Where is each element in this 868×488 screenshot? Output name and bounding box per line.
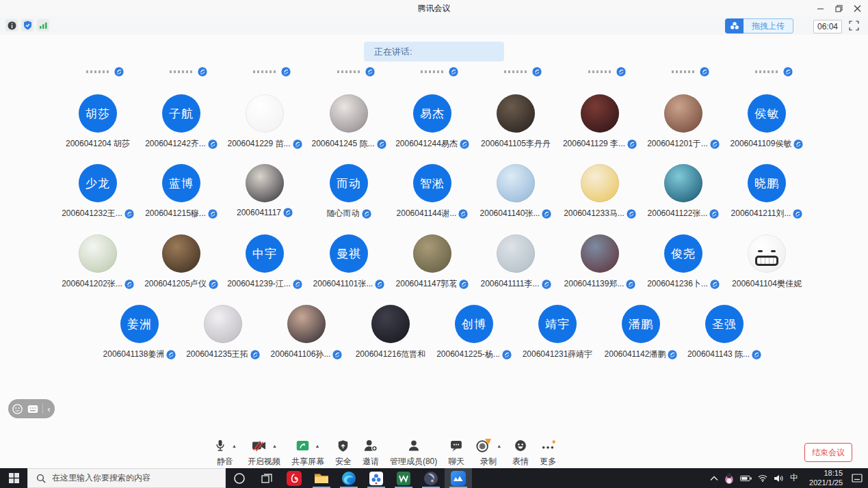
green-w-app-icon[interactable] [390, 468, 417, 488]
task-view-icon[interactable] [253, 468, 280, 488]
windows-start-icon[interactable] [0, 468, 27, 488]
toolbar-invite-button[interactable]: 邀请 [363, 437, 379, 467]
participant-tile[interactable]: 2006041216范晋和 [349, 305, 432, 360]
participant-tile[interactable]: 创博2006041225-杨... [432, 305, 516, 360]
participant-tile[interactable]: 曼祺2006041101张... [307, 234, 391, 290]
avatar-photo-sea-landscape [664, 164, 702, 202]
participant-tile[interactable]: 2006041201于... [642, 94, 725, 150]
fullscreen-icon[interactable] [848, 20, 860, 31]
drag-upload-button[interactable]: 拖拽上传 [725, 18, 793, 33]
participant-tile[interactable]: 2006041202张... [56, 234, 140, 290]
voice-icon [710, 139, 720, 149]
avatar-initials: 曼祺 [330, 234, 368, 273]
clipped-text [86, 70, 111, 73]
participant-tile[interactable]: 2006041129 李... [558, 94, 642, 150]
danmaku-keyboard-icon[interactable] [27, 405, 38, 414]
participant-id: 2006041105李丹丹 [481, 138, 551, 150]
participant-tile[interactable]: 易杰2006041244易杰 [391, 94, 474, 150]
cortana-icon[interactable] [226, 468, 253, 488]
participant-tile[interactable]: 智淞2006041144谢... [391, 164, 474, 219]
search-placeholder: 在这里输入你要搜索的内容 [52, 472, 150, 484]
caret-up-icon[interactable]: ▲ [315, 444, 319, 448]
voice-icon [542, 280, 551, 289]
toolbar-face-emoji-button[interactable]: 表情 [512, 437, 529, 467]
toolbar-camera-off-button[interactable]: ▲开启视频 [248, 437, 280, 467]
info-icon[interactable] [5, 19, 18, 31]
speaking-banner-label: 正在讲话: [374, 46, 412, 58]
voice-icon [114, 67, 124, 77]
network-signal-icon[interactable] [37, 19, 49, 31]
participant-tile[interactable]: 2006041106孙... [265, 305, 348, 360]
participant-label-row: 2006041229 苗... [227, 138, 302, 150]
caret-up-icon[interactable]: ▲ [497, 444, 501, 448]
end-meeting-button[interactable]: 结束会议 [804, 443, 852, 462]
participant-label-row: 2006041201于... [647, 138, 720, 150]
participant-tile[interactable]: 2006041233马... [558, 164, 642, 219]
emoji-icon[interactable] [12, 404, 23, 414]
close-icon[interactable] [848, 0, 867, 16]
toolbar-record-button[interactable]: ▲录制 [475, 437, 501, 467]
toolbar-members-button[interactable]: 管理成员(80) [390, 437, 437, 467]
participant-tile[interactable]: 2006041245 陈... [307, 94, 391, 150]
participant-tile[interactable]: 靖宇2006041231薛靖宇 [516, 305, 599, 360]
participant-tile[interactable]: 侯敏2006041109侯敏 [725, 94, 808, 150]
participant-tile[interactable]: 少龙2006041232王... [56, 164, 140, 219]
participant-tile[interactable]: 而动随心而动 [307, 164, 391, 219]
ime-indicator[interactable]: 中 [790, 472, 798, 484]
participant-tile[interactable]: 2006041147郭茗 [391, 234, 474, 290]
shield-icon[interactable] [21, 19, 34, 31]
participant-tile[interactable]: 2006041105李丹丹 [474, 94, 557, 150]
collapse-left-icon[interactable]: ‹ [47, 404, 50, 414]
participant-tile[interactable]: 2006041229 苗... [223, 94, 306, 150]
participant-tile[interactable]: 胡莎2006041204 胡莎 [56, 94, 140, 150]
chevron-up-icon[interactable] [710, 476, 718, 481]
toolbar-security-shield-button[interactable]: 安全 [335, 437, 352, 467]
participant-tile[interactable]: 姜洲2006041138姜洲 [98, 305, 181, 360]
baidu-netdisk-icon[interactable] [363, 468, 390, 488]
netease-music-icon[interactable] [280, 468, 308, 488]
battery-icon[interactable] [740, 475, 752, 482]
participant-tile[interactable]: 潘鹏2006041142潘鹏 [599, 305, 683, 360]
participant-tile[interactable]: 中宇2006041239-江... [223, 234, 306, 290]
participant-tile[interactable]: 2006041122张... [642, 164, 725, 219]
voice-icon [752, 350, 761, 360]
minimize-icon[interactable] [811, 0, 830, 16]
toolbar-screen-share-button[interactable]: ▲共享屏幕 [291, 437, 324, 467]
caret-up-icon[interactable]: ▲ [272, 444, 277, 448]
toolbar-more-button[interactable]: 更多 [540, 437, 556, 467]
file-explorer-icon[interactable] [308, 468, 335, 488]
toolbar-mic-button[interactable]: ▲静音 [213, 437, 237, 467]
participant-tile[interactable]: 2006041235王拓 [181, 305, 265, 360]
wifi-icon[interactable] [758, 474, 767, 482]
participant-tile[interactable]: 俊尧2006041236卜... [642, 234, 725, 290]
qq-icon[interactable] [724, 473, 734, 484]
toolbar-chat-button[interactable]: 聊天 [448, 437, 464, 467]
participant-id: 2006041201于... [647, 138, 708, 150]
clipped-text [170, 70, 194, 73]
participant-tile[interactable]: 2006041111李... [474, 234, 557, 290]
volume-icon[interactable] [774, 474, 784, 483]
caret-up-icon[interactable]: ▲ [232, 444, 237, 448]
dark-round-app-icon[interactable] [417, 468, 445, 488]
participant-label-row: 2006041236卜... [647, 278, 720, 290]
voice-icon [627, 139, 637, 149]
action-center-icon[interactable] [852, 474, 863, 483]
participant-tile[interactable]: 子航2006041242齐... [140, 94, 223, 150]
restore-icon[interactable] [830, 0, 848, 16]
voice-icon [668, 350, 677, 360]
clipped-participant-label [70, 67, 139, 77]
participant-tile[interactable]: 晓鹏2006041211刘... [725, 164, 808, 219]
edge-icon[interactable] [335, 468, 363, 488]
participant-tile[interactable]: 2006041140张... [474, 164, 557, 219]
participant-tile[interactable]: 蓝博2006041215穆... [140, 164, 223, 219]
participant-tile[interactable]: 2006041139郑... [558, 234, 642, 290]
tencent-meeting-icon[interactable] [445, 468, 472, 488]
participant-tile[interactable]: 2006041104樊佳妮 [725, 234, 808, 290]
taskbar-search-input[interactable]: 在这里输入你要搜索的内容 [27, 468, 226, 488]
taskbar-clock[interactable]: 18:15 2021/1/25 [804, 469, 843, 488]
avatar-initials: 创博 [455, 305, 493, 343]
participant-tile[interactable]: 圣强2006041143 陈... [683, 305, 766, 360]
participant-tile[interactable]: 2006041205卢仪 [140, 234, 223, 290]
participant-tile[interactable]: 2006041117 [223, 164, 306, 217]
participant-id: 2006041106孙... [271, 349, 331, 360]
